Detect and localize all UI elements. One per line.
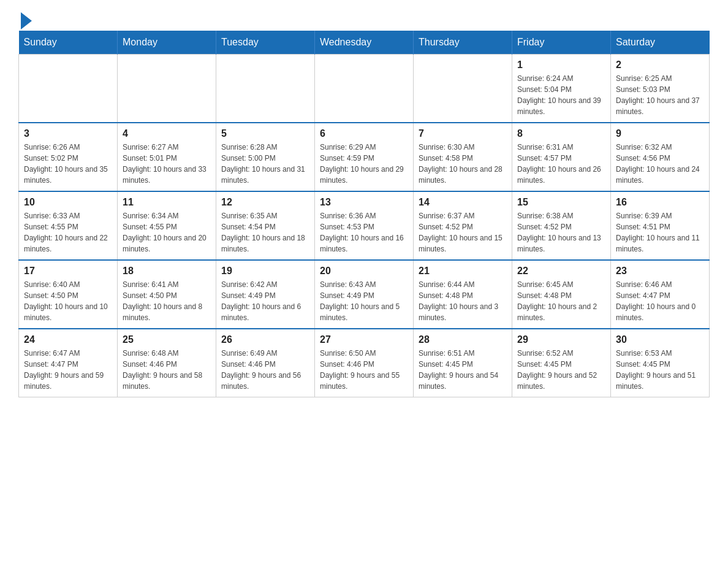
calendar-cell: 9Sunrise: 6:32 AM Sunset: 4:56 PM Daylig…: [611, 123, 710, 191]
day-info: Sunrise: 6:30 AM Sunset: 4:58 PM Dayligh…: [419, 142, 507, 186]
calendar-cell: 17Sunrise: 6:40 AM Sunset: 4:50 PM Dayli…: [19, 260, 118, 329]
day-info: Sunrise: 6:44 AM Sunset: 4:48 PM Dayligh…: [419, 279, 507, 323]
day-info: Sunrise: 6:51 AM Sunset: 4:45 PM Dayligh…: [419, 348, 507, 392]
calendar-cell: 7Sunrise: 6:30 AM Sunset: 4:58 PM Daylig…: [414, 123, 512, 191]
day-number: 17: [24, 266, 112, 277]
calendar-cell: 25Sunrise: 6:48 AM Sunset: 4:46 PM Dayli…: [118, 329, 216, 397]
calendar-cell: 30Sunrise: 6:53 AM Sunset: 4:45 PM Dayli…: [611, 329, 710, 397]
day-number: 21: [419, 266, 507, 277]
weekday-header-monday: Monday: [118, 31, 216, 55]
calendar-week-row: 3Sunrise: 6:26 AM Sunset: 5:02 PM Daylig…: [19, 123, 710, 191]
day-number: 15: [517, 197, 605, 208]
page-header: [18, 12, 710, 25]
calendar-cell: [216, 55, 315, 123]
calendar-cell: 28Sunrise: 6:51 AM Sunset: 4:45 PM Dayli…: [414, 329, 512, 397]
day-number: 11: [123, 197, 211, 208]
day-info: Sunrise: 6:47 AM Sunset: 4:47 PM Dayligh…: [24, 348, 112, 392]
day-number: 19: [221, 266, 309, 277]
day-info: Sunrise: 6:50 AM Sunset: 4:46 PM Dayligh…: [320, 348, 408, 392]
calendar-cell: 20Sunrise: 6:43 AM Sunset: 4:49 PM Dayli…: [315, 260, 414, 329]
day-number: 4: [123, 128, 211, 139]
day-info: Sunrise: 6:27 AM Sunset: 5:01 PM Dayligh…: [123, 142, 211, 186]
day-number: 22: [517, 266, 605, 277]
day-number: 6: [320, 128, 408, 139]
calendar-cell: 14Sunrise: 6:37 AM Sunset: 4:52 PM Dayli…: [414, 191, 512, 260]
calendar-cell: 1Sunrise: 6:24 AM Sunset: 5:04 PM Daylig…: [512, 55, 611, 123]
day-info: Sunrise: 6:38 AM Sunset: 4:52 PM Dayligh…: [517, 210, 605, 255]
day-number: 23: [616, 266, 704, 277]
day-number: 30: [616, 334, 704, 345]
day-number: 14: [419, 197, 507, 208]
day-info: Sunrise: 6:43 AM Sunset: 4:49 PM Dayligh…: [320, 279, 408, 323]
calendar-week-row: 17Sunrise: 6:40 AM Sunset: 4:50 PM Dayli…: [19, 260, 710, 329]
day-info: Sunrise: 6:45 AM Sunset: 4:48 PM Dayligh…: [517, 279, 605, 323]
calendar-cell: 4Sunrise: 6:27 AM Sunset: 5:01 PM Daylig…: [118, 123, 216, 191]
day-info: Sunrise: 6:39 AM Sunset: 4:51 PM Dayligh…: [616, 210, 704, 255]
calendar-cell: 10Sunrise: 6:33 AM Sunset: 4:55 PM Dayli…: [19, 191, 118, 260]
day-info: Sunrise: 6:32 AM Sunset: 4:56 PM Dayligh…: [616, 142, 704, 186]
day-number: 9: [616, 128, 704, 139]
day-number: 1: [517, 59, 605, 71]
weekday-header-wednesday: Wednesday: [315, 31, 414, 55]
calendar-cell: 24Sunrise: 6:47 AM Sunset: 4:47 PM Dayli…: [19, 329, 118, 397]
weekday-header-friday: Friday: [512, 31, 611, 55]
day-number: 18: [123, 266, 211, 277]
calendar-week-row: 24Sunrise: 6:47 AM Sunset: 4:47 PM Dayli…: [19, 329, 710, 397]
day-info: Sunrise: 6:36 AM Sunset: 4:53 PM Dayligh…: [320, 210, 408, 255]
day-number: 12: [221, 197, 309, 208]
day-number: 27: [320, 334, 408, 345]
day-number: 26: [221, 334, 309, 345]
calendar-cell: 12Sunrise: 6:35 AM Sunset: 4:54 PM Dayli…: [216, 191, 315, 260]
calendar-cell: [315, 55, 414, 123]
weekday-header-thursday: Thursday: [414, 31, 512, 55]
calendar-cell: 26Sunrise: 6:49 AM Sunset: 4:46 PM Dayli…: [216, 329, 315, 397]
calendar-cell: 8Sunrise: 6:31 AM Sunset: 4:57 PM Daylig…: [512, 123, 611, 191]
calendar-cell: [414, 55, 512, 123]
day-number: 5: [221, 128, 309, 139]
day-number: 10: [24, 197, 112, 208]
day-info: Sunrise: 6:40 AM Sunset: 4:50 PM Dayligh…: [24, 279, 112, 323]
day-info: Sunrise: 6:35 AM Sunset: 4:54 PM Dayligh…: [221, 210, 309, 255]
day-number: 7: [419, 128, 507, 139]
day-number: 20: [320, 266, 408, 277]
day-info: Sunrise: 6:28 AM Sunset: 5:00 PM Dayligh…: [221, 142, 309, 186]
day-info: Sunrise: 6:24 AM Sunset: 5:04 PM Dayligh…: [517, 73, 605, 117]
day-number: 16: [616, 197, 704, 208]
day-number: 24: [24, 334, 112, 345]
calendar-cell: 3Sunrise: 6:26 AM Sunset: 5:02 PM Daylig…: [19, 123, 118, 191]
calendar-table: SundayMondayTuesdayWednesdayThursdayFrid…: [18, 31, 710, 397]
calendar-cell: 11Sunrise: 6:34 AM Sunset: 4:55 PM Dayli…: [118, 191, 216, 260]
day-info: Sunrise: 6:34 AM Sunset: 4:55 PM Dayligh…: [123, 210, 211, 255]
calendar-cell: 19Sunrise: 6:42 AM Sunset: 4:49 PM Dayli…: [216, 260, 315, 329]
day-number: 29: [517, 334, 605, 345]
weekday-header-saturday: Saturday: [611, 31, 710, 55]
calendar-cell: 27Sunrise: 6:50 AM Sunset: 4:46 PM Dayli…: [315, 329, 414, 397]
day-info: Sunrise: 6:33 AM Sunset: 4:55 PM Dayligh…: [24, 210, 112, 255]
day-info: Sunrise: 6:46 AM Sunset: 4:47 PM Dayligh…: [616, 279, 704, 323]
calendar-cell: 21Sunrise: 6:44 AM Sunset: 4:48 PM Dayli…: [414, 260, 512, 329]
day-info: Sunrise: 6:53 AM Sunset: 4:45 PM Dayligh…: [616, 348, 704, 392]
day-info: Sunrise: 6:48 AM Sunset: 4:46 PM Dayligh…: [123, 348, 211, 392]
calendar-cell: [118, 55, 216, 123]
day-info: Sunrise: 6:49 AM Sunset: 4:46 PM Dayligh…: [221, 348, 309, 392]
weekday-header-row: SundayMondayTuesdayWednesdayThursdayFrid…: [19, 31, 710, 55]
calendar-week-row: 1Sunrise: 6:24 AM Sunset: 5:04 PM Daylig…: [19, 55, 710, 123]
calendar-cell: 18Sunrise: 6:41 AM Sunset: 4:50 PM Dayli…: [118, 260, 216, 329]
day-number: 8: [517, 128, 605, 139]
day-info: Sunrise: 6:31 AM Sunset: 4:57 PM Dayligh…: [517, 142, 605, 186]
calendar-cell: 16Sunrise: 6:39 AM Sunset: 4:51 PM Dayli…: [611, 191, 710, 260]
calendar-cell: 15Sunrise: 6:38 AM Sunset: 4:52 PM Dayli…: [512, 191, 611, 260]
calendar-cell: 23Sunrise: 6:46 AM Sunset: 4:47 PM Dayli…: [611, 260, 710, 329]
calendar-cell: 13Sunrise: 6:36 AM Sunset: 4:53 PM Dayli…: [315, 191, 414, 260]
day-number: 3: [24, 128, 112, 139]
day-number: 28: [419, 334, 507, 345]
day-info: Sunrise: 6:52 AM Sunset: 4:45 PM Dayligh…: [517, 348, 605, 392]
day-info: Sunrise: 6:37 AM Sunset: 4:52 PM Dayligh…: [419, 210, 507, 255]
weekday-header-sunday: Sunday: [19, 31, 118, 55]
calendar-cell: 5Sunrise: 6:28 AM Sunset: 5:00 PM Daylig…: [216, 123, 315, 191]
weekday-header-tuesday: Tuesday: [216, 31, 315, 55]
calendar-cell: 29Sunrise: 6:52 AM Sunset: 4:45 PM Dayli…: [512, 329, 611, 397]
calendar-cell: 6Sunrise: 6:29 AM Sunset: 4:59 PM Daylig…: [315, 123, 414, 191]
calendar-cell: [19, 55, 118, 123]
day-number: 13: [320, 197, 408, 208]
